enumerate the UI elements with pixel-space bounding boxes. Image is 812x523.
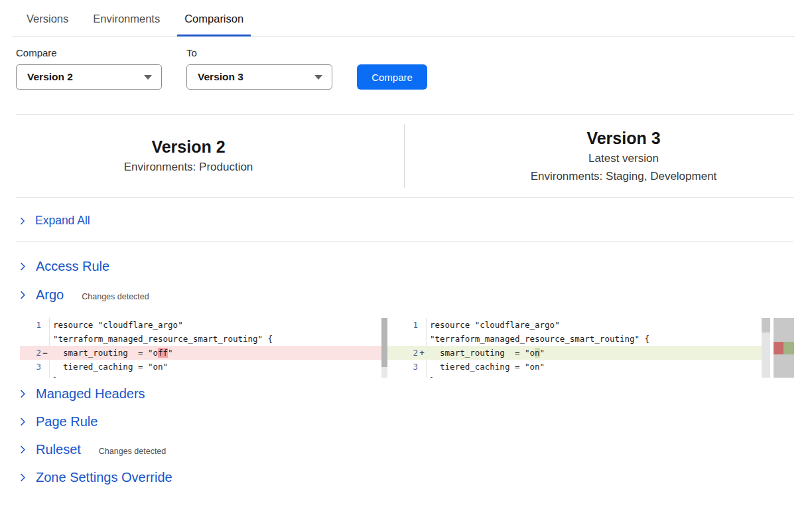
left-version-title: Version 2	[151, 138, 225, 157]
chevron-right-icon	[19, 445, 27, 454]
chevron-right-icon	[19, 262, 27, 271]
section-page-rule[interactable]: Page Rule	[19, 414, 98, 429]
right-version-environments: Environments: Staging, Development	[531, 170, 717, 183]
chevron-right-icon	[19, 217, 27, 225]
to-version-value: Version 3	[198, 71, 243, 83]
code-line: 1resource "cloudflare_argo"	[20, 318, 389, 332]
diff-sign	[41, 374, 49, 378]
line-number: 4	[387, 374, 418, 378]
compare-button[interactable]: Compare	[357, 64, 427, 90]
expand-all-label: Expand All	[35, 214, 90, 228]
scrollbar-thumb[interactable]	[762, 318, 770, 333]
section-label: Zone Settings Override	[36, 470, 172, 485]
tab-comparison[interactable]: Comparison	[177, 13, 251, 37]
diff-sign	[418, 374, 426, 378]
divider	[16, 197, 793, 198]
code-line: 3 tiered_caching = "on"	[20, 360, 389, 374]
changes-detected-badge: Changes detected	[99, 447, 166, 456]
divider	[16, 114, 793, 115]
left-version-environments: Environments: Production	[124, 161, 253, 174]
code-line-wrap: "terraform_managed_resource_smart_routin…	[20, 332, 389, 346]
version-header-right: Version 3 Latest version Environments: S…	[438, 124, 809, 188]
code-line-wrap: "terraform_managed_resource_smart_routin…	[387, 332, 770, 346]
diff-sign: −	[41, 346, 49, 360]
code-text: tiered_caching = "on"	[426, 360, 770, 374]
tab-versions[interactable]: Versions	[19, 13, 76, 36]
line-number: 2	[20, 346, 41, 360]
code-text: resource "cloudflare_argo"	[426, 318, 770, 332]
compare-label: Compare	[16, 47, 57, 58]
section-managed-headers[interactable]: Managed Headers	[19, 386, 145, 402]
line-number: 2	[387, 346, 418, 360]
compare-version-select[interactable]: Version 2	[16, 64, 162, 90]
version-header-left: Version 2 Environments: Production	[16, 124, 361, 188]
to-version-select[interactable]: Version 3	[186, 64, 332, 90]
diff-sign	[418, 318, 426, 332]
chevron-right-icon	[19, 390, 27, 398]
code-text: "terraform_managed_resource_smart_routin…	[426, 332, 770, 346]
code-text: }	[49, 374, 389, 378]
chevron-right-icon	[19, 473, 27, 482]
section-label: Argo	[36, 287, 64, 303]
right-version-subtitle: Latest version	[588, 152, 659, 165]
code-text: smart_routing = "off"	[49, 346, 389, 360]
divider	[16, 241, 793, 242]
changes-detected-badge: Changes detected	[82, 292, 149, 301]
line-number: 3	[387, 360, 418, 374]
line-number: 1	[387, 318, 418, 332]
ruler-deletion-mark	[774, 342, 783, 354]
code-text: }	[426, 374, 770, 378]
tab-bar: Versions Environments Comparison	[12, 0, 795, 37]
chevron-right-icon	[19, 291, 27, 299]
code-line: 1resource "cloudflare_argo"	[387, 318, 770, 332]
added-word-highlight: n	[535, 348, 540, 358]
line-number	[387, 332, 418, 346]
diff-sign	[41, 332, 49, 346]
section-argo[interactable]: Argo Changes detected	[19, 287, 149, 303]
section-label: Access Rule	[36, 259, 109, 274]
code-line-deleted: 2− smart_routing = "off"	[20, 346, 389, 360]
code-line: 4}	[20, 374, 389, 378]
ruler-addition-mark	[783, 342, 794, 354]
code-text: tiered_caching = "on"	[49, 360, 389, 374]
chevron-down-icon	[144, 75, 152, 80]
section-access-rule[interactable]: Access Rule	[19, 259, 109, 274]
right-version-title: Version 3	[586, 129, 660, 148]
diff-panel-right[interactable]: 1resource "cloudflare_argo" "terraform_m…	[387, 318, 770, 378]
section-label: Page Rule	[36, 414, 98, 429]
deleted-word-highlight: ff	[158, 348, 168, 358]
diff-sign	[418, 360, 426, 374]
line-number	[20, 332, 41, 346]
code-text: "terraform_managed_resource_smart_routin…	[49, 332, 389, 346]
section-label: Ruleset	[36, 442, 81, 457]
scrollbar[interactable]	[762, 318, 770, 378]
diff-overview-ruler[interactable]	[774, 318, 794, 378]
chevron-right-icon	[19, 417, 27, 426]
comparison-page: Versions Environments Comparison Compare…	[0, 0, 812, 523]
diff-sign	[418, 332, 426, 346]
diff-sign	[41, 360, 49, 374]
section-ruleset[interactable]: Ruleset Changes detected	[19, 442, 166, 457]
code-line: 4}	[387, 374, 770, 378]
code-text: smart_routing = "on"	[426, 346, 770, 360]
line-number: 1	[20, 318, 41, 332]
section-zone-settings-override[interactable]: Zone Settings Override	[19, 470, 172, 485]
tab-environments[interactable]: Environments	[86, 13, 167, 36]
section-label: Managed Headers	[36, 386, 145, 402]
diff-sign: +	[418, 346, 426, 360]
expand-all-button[interactable]: Expand All	[19, 214, 90, 228]
code-text: resource "cloudflare_argo"	[49, 318, 389, 332]
line-number: 4	[20, 374, 41, 378]
code-line-added: 2+ smart_routing = "on"	[387, 346, 770, 360]
chevron-down-icon	[314, 75, 322, 80]
to-label: To	[186, 47, 197, 58]
diff-sign	[41, 318, 49, 332]
code-line: 3 tiered_caching = "on"	[387, 360, 770, 374]
header-vertical-divider	[404, 124, 405, 188]
compare-version-value: Version 2	[27, 71, 73, 83]
diff-panel-left[interactable]: 1resource "cloudflare_argo" "terraform_m…	[20, 318, 389, 378]
line-number: 3	[20, 360, 41, 374]
